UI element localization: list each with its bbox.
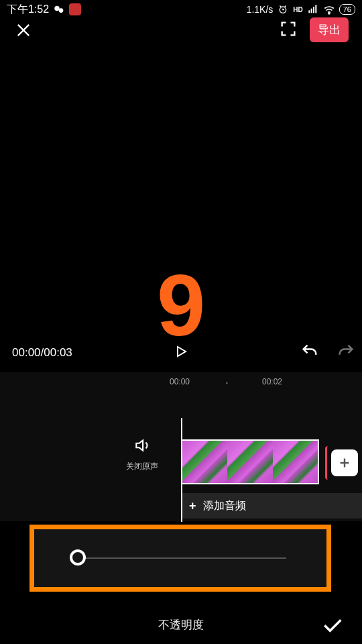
bottom-bar: 不透明度	[0, 605, 362, 644]
play-button[interactable]	[173, 343, 189, 362]
opacity-slider[interactable]	[74, 557, 286, 559]
mute-label: 关闭原声	[126, 461, 158, 472]
confirm-button[interactable]	[320, 613, 343, 636]
clock-text: 下午1:52	[7, 3, 49, 17]
wifi-icon	[323, 3, 335, 15]
timeline-ruler: 00:00 • 00:02	[0, 372, 362, 390]
clip-frame	[227, 441, 272, 483]
plus-icon	[337, 455, 352, 470]
undo-button[interactable]	[300, 342, 319, 364]
export-button[interactable]: 导出	[310, 17, 349, 42]
status-right: 1.1K/s HD 76	[247, 3, 355, 15]
opacity-label: 不透明度	[158, 617, 204, 633]
signal-icon	[307, 3, 319, 15]
svg-rect-5	[313, 7, 314, 13]
plus-icon: +	[189, 499, 196, 513]
app-notification-icon	[69, 3, 81, 15]
status-bar: 下午1:52 1.1K/s HD 76	[0, 0, 362, 19]
header-bar: 导出	[0, 15, 362, 45]
ruler-mark-0: 00:00	[170, 377, 190, 386]
playback-controls: 00:00/00:03	[0, 333, 362, 372]
opacity-slider-container	[29, 525, 331, 592]
total-time: 00:03	[44, 346, 72, 359]
network-speed: 1.1K/s	[247, 4, 274, 15]
svg-rect-4	[310, 9, 312, 13]
add-audio-track[interactable]: + 添加音频	[182, 493, 362, 519]
check-icon	[321, 614, 343, 635]
wechat-icon	[53, 3, 65, 15]
ruler-tick: •	[226, 380, 228, 386]
clip-frame	[182, 441, 227, 483]
speaker-icon	[133, 437, 151, 454]
close-button[interactable]	[13, 20, 34, 40]
add-clip-button[interactable]	[331, 449, 358, 476]
playhead[interactable]	[181, 418, 182, 522]
svg-point-7	[328, 13, 330, 14]
slider-handle[interactable]	[70, 549, 86, 566]
video-clip[interactable]	[181, 439, 319, 484]
svg-point-1	[59, 8, 64, 13]
current-time: 00:00	[12, 346, 41, 359]
ruler-mark-1: 00:02	[262, 377, 282, 386]
svg-rect-3	[308, 10, 310, 13]
svg-rect-6	[315, 5, 316, 13]
redo-button[interactable]	[337, 342, 355, 364]
hd-icon: HD	[293, 6, 302, 13]
timeline[interactable]: 00:00 • 00:02 关闭原声 + 添加音频	[0, 372, 362, 521]
status-left: 下午1:52	[7, 3, 81, 17]
svg-point-0	[54, 6, 60, 11]
clip-frame	[273, 441, 318, 483]
battery-indicator: 76	[339, 4, 355, 15]
fullscreen-button[interactable]	[279, 19, 298, 41]
mute-original-button[interactable]: 关闭原声	[126, 437, 158, 472]
add-audio-label: 添加音频	[203, 499, 246, 513]
alarm-icon	[277, 3, 289, 15]
time-display: 00:00/00:03	[12, 346, 72, 360]
